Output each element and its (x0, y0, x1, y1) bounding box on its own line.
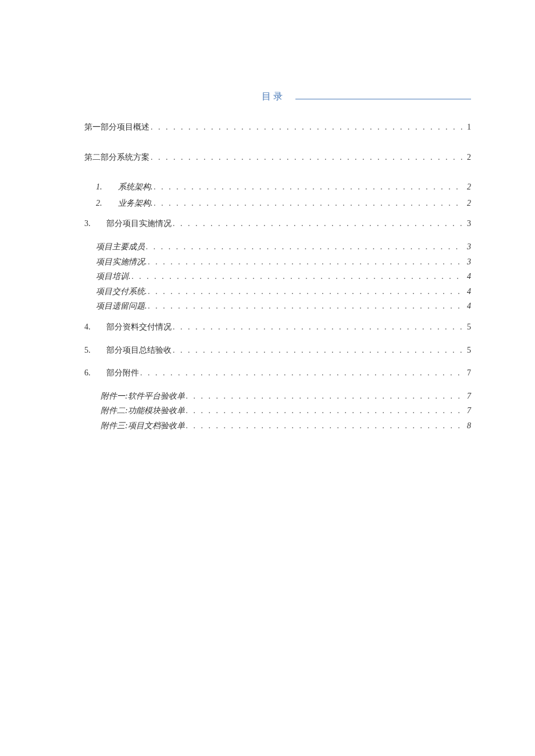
toc-entry-label: 第一部分项目概述 (84, 121, 149, 133)
toc-leader-dots: . . . . . . . . . . . . . . . . . . . . … (154, 198, 463, 207)
toc-page-number: 5 (464, 345, 471, 356)
toc-leader-dots: . . . . . . . . . . . . . . . . . . . . … (173, 321, 463, 331)
toc-entry: 附件二:功能模块验收单. . . . . . . . . . . . . . .… (84, 405, 471, 417)
title-underline (295, 90, 471, 99)
toc-entry-label: 项目实施情况. (96, 256, 147, 268)
toc-leader-dots: . . . . . . . . . . . . . . . . . . . . … (186, 405, 463, 415)
toc-entry-number: 1. (96, 181, 118, 193)
toc-entry: 第二部分系统方案. . . . . . . . . . . . . . . . … (84, 152, 471, 163)
toc-leader-dots: . . . . . . . . . . . . . . . . . . . . … (173, 345, 463, 354)
toc-entry: 1.系统架构.. . . . . . . . . . . . . . . . .… (84, 181, 471, 193)
toc-leader-dots: . . . . . . . . . . . . . . . . . . . . … (146, 241, 463, 251)
toc-entry-label: 部分附件 (106, 367, 139, 379)
toc-page-number: 5 (464, 321, 471, 333)
toc-page-number: 2 (464, 181, 471, 193)
toc-page-number: 8 (464, 420, 471, 432)
toc-entry-number: 6. (84, 367, 106, 379)
toc-entry-label: 项目交付系统. (96, 286, 147, 298)
toc-entry-label: 项目遗留问题. (96, 300, 147, 312)
toc-entry: 3.部分项目实施情况. . . . . . . . . . . . . . . … (84, 218, 471, 230)
toc-page-number: 2 (464, 198, 471, 209)
document-page: 目录 第一部分项目概述. . . . . . . . . . . . . . .… (0, 0, 535, 432)
toc-entry: 项目培训.. . . . . . . . . . . . . . . . . .… (84, 271, 471, 282)
toc-body: 第一部分项目概述. . . . . . . . . . . . . . . . … (84, 121, 471, 432)
toc-entry: 项目交付系统.. . . . . . . . . . . . . . . . .… (84, 286, 471, 298)
toc-entry-label: 第二部分系统方案 (84, 152, 149, 163)
toc-entry: 项目遗留问题.. . . . . . . . . . . . . . . . .… (84, 300, 471, 312)
toc-entry-label: 部分项目总结验收 (106, 345, 172, 356)
toc-entry: 5.部分项目总结验收. . . . . . . . . . . . . . . … (84, 345, 471, 356)
title-row: 目录 (84, 90, 471, 103)
toc-entry: 项目主要成员. . . . . . . . . . . . . . . . . … (84, 241, 471, 253)
toc-leader-dots: . . . . . . . . . . . . . . . . . . . . … (148, 286, 463, 296)
toc-entry: 附件三:项目文档验收单. . . . . . . . . . . . . . .… (84, 420, 471, 432)
toc-entry-label: 项目培训. (96, 271, 131, 282)
toc-page-number: 2 (464, 152, 471, 163)
toc-entry-number: 3. (84, 218, 106, 230)
toc-page-number: 4 (464, 286, 471, 298)
toc-entry-label: 项目主要成员 (96, 241, 145, 253)
toc-leader-dots: . . . . . . . . . . . . . . . . . . . . … (151, 152, 463, 162)
toc-leader-dots: . . . . . . . . . . . . . . . . . . . . … (154, 181, 463, 191)
toc-page-number: 4 (464, 271, 471, 282)
toc-entry-label: 附件一:软件平台验收单 (101, 390, 185, 402)
toc-page-number: 7 (464, 390, 471, 402)
toc-entry: 2.业务架构.. . . . . . . . . . . . . . . . .… (84, 198, 471, 209)
toc-entry: 6.部分附件. . . . . . . . . . . . . . . . . … (84, 367, 471, 379)
toc-entry: 4.部分资料交付情况. . . . . . . . . . . . . . . … (84, 321, 471, 333)
toc-leader-dots: . . . . . . . . . . . . . . . . . . . . … (148, 256, 463, 266)
toc-entry-label: 业务架构. (118, 198, 153, 209)
toc-entry-label: 部分项目实施情况 (106, 218, 172, 230)
toc-leader-dots: . . . . . . . . . . . . . . . . . . . . … (148, 300, 463, 310)
toc-entry: 项目实施情况.. . . . . . . . . . . . . . . . .… (84, 256, 471, 268)
toc-leader-dots: . . . . . . . . . . . . . . . . . . . . … (132, 271, 463, 281)
toc-leader-dots: . . . . . . . . . . . . . . . . . . . . … (151, 121, 463, 131)
toc-leader-dots: . . . . . . . . . . . . . . . . . . . . … (173, 218, 463, 228)
toc-leader-dots: . . . . . . . . . . . . . . . . . . . . … (186, 420, 463, 430)
toc-entry: 附件一:软件平台验收单. . . . . . . . . . . . . . .… (84, 390, 471, 402)
toc-title: 目录 (262, 91, 285, 103)
toc-page-number: 7 (464, 405, 471, 417)
toc-entry-label: 附件二:功能模块验收单 (101, 405, 185, 417)
toc-entry-label: 系统架构. (118, 181, 153, 193)
toc-entry-label: 部分资料交付情况 (106, 321, 172, 333)
toc-entry-number: 4. (84, 321, 106, 333)
toc-leader-dots: . . . . . . . . . . . . . . . . . . . . … (186, 390, 463, 400)
toc-page-number: 1 (464, 121, 471, 133)
toc-page-number: 3 (464, 241, 471, 253)
toc-entry-number: 5. (84, 345, 106, 356)
toc-entry-number: 2. (96, 198, 118, 209)
toc-page-number: 7 (464, 367, 471, 379)
toc-entry: 第一部分项目概述. . . . . . . . . . . . . . . . … (84, 121, 471, 133)
toc-page-number: 3 (464, 218, 471, 230)
toc-leader-dots: . . . . . . . . . . . . . . . . . . . . … (140, 367, 463, 377)
toc-page-number: 3 (464, 256, 471, 268)
toc-page-number: 4 (464, 300, 471, 312)
toc-entry-label: 附件三:项目文档验收单 (101, 420, 185, 432)
